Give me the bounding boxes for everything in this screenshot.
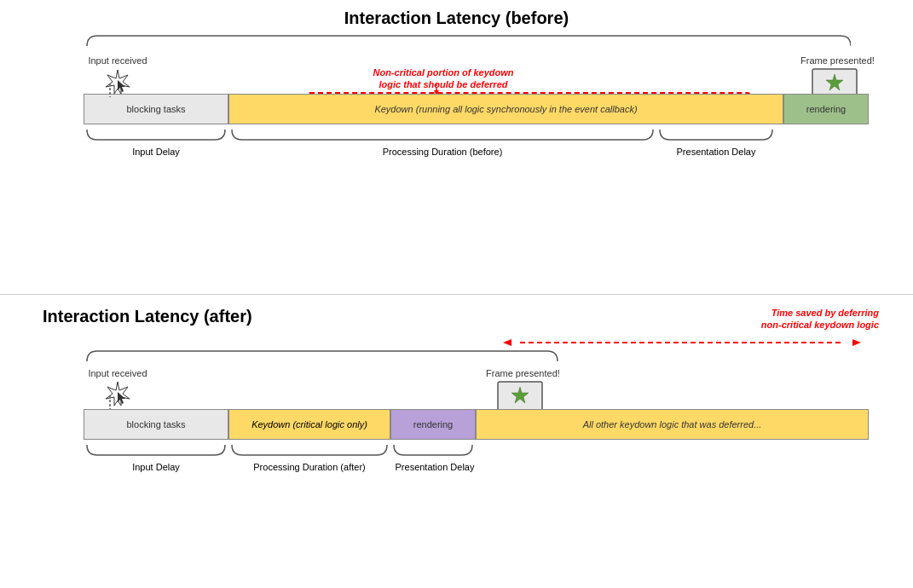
blocking-label-before: blocking tasks	[126, 104, 185, 114]
time-saved-label-area: Time saved by deferringnon-critical keyd…	[666, 307, 879, 331]
before-section: Interaction Latency (before) Input recei…	[34, 9, 879, 256]
deferred-bar-after: All other keydown logic that was deferre…	[476, 409, 869, 440]
input-delay-brace	[84, 126, 228, 143]
after-timeline: blocking tasks Keydown (critical logic o…	[84, 409, 869, 440]
rendering-label-after: rendering	[413, 419, 453, 429]
before-input-dotted-line	[109, 84, 111, 97]
after-input-dotted-line	[109, 395, 111, 409]
rendering-bar-after: rendering	[390, 409, 476, 440]
rendering-label-before: rendering	[806, 104, 846, 114]
presentation-delay-label-before: Presentation Delay	[656, 147, 776, 157]
before-input-received-label: Input received	[84, 55, 152, 66]
time-saved-label: Time saved by deferringnon-critical keyd…	[761, 307, 879, 331]
after-input-delay-brace	[84, 441, 228, 458]
keydown-bar-before: Keydown (running all logic synchronously…	[228, 94, 783, 124]
blocking-bar-after: blocking tasks	[84, 409, 228, 440]
before-timeline: blocking tasks Keydown (running all logi…	[84, 94, 869, 124]
blocking-label-after: blocking tasks	[126, 419, 185, 429]
keydown-label-before: Keydown (running all logic synchronously…	[374, 104, 637, 114]
blocking-bar-before: blocking tasks	[84, 94, 228, 124]
after-input-received: Input received	[84, 368, 152, 409]
after-presentation-brace	[390, 441, 476, 458]
before-input-received: Input received	[84, 55, 152, 97]
after-frame-presented-label: Frame presented!	[486, 368, 554, 378]
starburst-icon	[104, 68, 131, 95]
processing-duration-brace	[228, 126, 656, 143]
rendering-bar-before: rendering	[783, 94, 869, 124]
input-delay-label-after: Input Delay	[84, 462, 228, 472]
diagram-container: Interaction Latency (before) Input recei…	[0, 0, 913, 588]
after-section: Interaction Latency (after) Time saved b…	[34, 307, 879, 554]
before-title: Interaction Latency (before)	[344, 9, 569, 27]
after-input-received-label: Input received	[84, 368, 152, 378]
after-starburst-icon	[104, 380, 131, 407]
before-frame-presented-label: Frame presented!	[800, 55, 869, 66]
processing-duration-label-before: Processing Duration (before)	[228, 147, 656, 157]
keydown-bar-after: Keydown (critical logic only)	[228, 409, 390, 440]
presentation-delay-label-after: Presentation Delay	[367, 462, 503, 472]
after-top-brace	[84, 348, 561, 365]
before-top-brace	[84, 32, 851, 49]
keydown-label-after: Keydown (critical logic only)	[251, 419, 367, 429]
input-delay-label-before: Input Delay	[84, 147, 228, 157]
section-separator	[0, 294, 913, 295]
after-processing-brace	[228, 441, 390, 458]
after-title: Interaction Latency (after)	[34, 307, 252, 326]
svg-marker-10	[503, 339, 511, 346]
deferred-label-after: All other keydown logic that was deferre…	[583, 419, 762, 429]
svg-marker-11	[852, 339, 861, 346]
presentation-delay-brace	[656, 126, 776, 143]
